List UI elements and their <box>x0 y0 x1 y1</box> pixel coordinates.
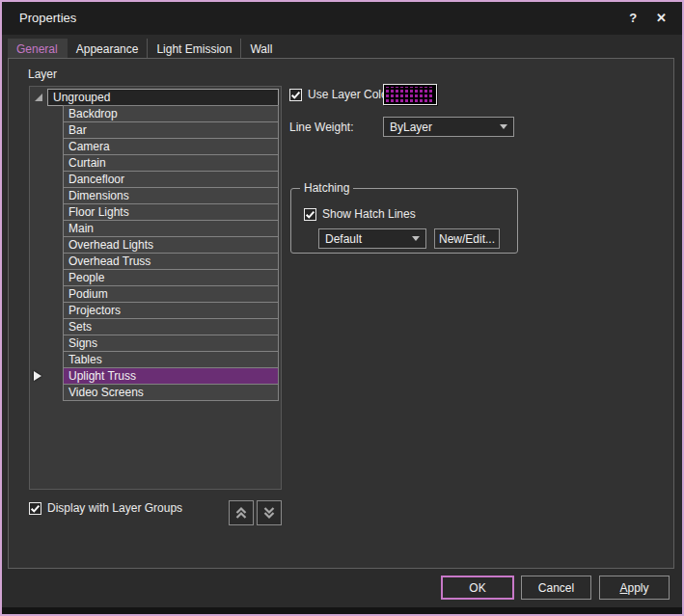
tree-item-curtain[interactable]: Curtain <box>63 154 279 172</box>
move-up-button[interactable] <box>229 500 254 525</box>
tree-item-camera[interactable]: Camera <box>63 138 279 155</box>
apply-button[interactable]: Apply <box>599 576 670 600</box>
show-hatch-lines-label: Show Hatch Lines <box>322 207 416 221</box>
layer-tree[interactable]: UngroupedBackdropBarCameraCurtainDancefl… <box>29 86 282 490</box>
tree-item-projectors[interactable]: Projectors <box>63 302 279 319</box>
tree-item-uplight-truss[interactable]: Uplight Truss <box>63 367 279 385</box>
hatching-title: Hatching <box>300 181 353 195</box>
tab-light-emission[interactable]: Light Emission <box>148 39 241 59</box>
layer-tree-rows: UngroupedBackdropBarCameraCurtainDancefl… <box>30 89 281 401</box>
show-hatch-lines[interactable]: Show Hatch Lines <box>304 207 416 221</box>
double-chevron-down-icon <box>261 505 277 521</box>
expander-icon[interactable] <box>35 94 42 101</box>
tree-item-bar[interactable]: Bar <box>63 121 279 139</box>
tab-general[interactable]: General <box>8 39 68 59</box>
hatch-pattern-dropdown[interactable]: Default <box>318 228 426 249</box>
display-with-layer-groups-label: Display with Layer Groups <box>47 501 182 515</box>
use-layer-color-label: Use Layer Color <box>308 88 392 101</box>
tree-item-backdrop[interactable]: Backdrop <box>63 105 279 122</box>
line-weight-value: ByLayer <box>390 121 432 134</box>
tree-item-video-screens[interactable]: Video Screens <box>63 384 279 401</box>
tree-item-podium[interactable]: Podium <box>63 285 279 303</box>
tree-item-overhead-truss[interactable]: Overhead Truss <box>63 253 279 270</box>
tree-item-tables[interactable]: Tables <box>63 351 279 368</box>
show-hatch-lines-checkbox[interactable] <box>304 208 316 221</box>
titlebar[interactable]: Properties ? ✕ <box>2 2 682 35</box>
line-weight-dropdown[interactable]: ByLayer <box>383 117 514 137</box>
tree-item-dimensions[interactable]: Dimensions <box>63 187 279 204</box>
tree-item-sets[interactable]: Sets <box>63 318 279 335</box>
display-with-layer-groups-checkbox[interactable] <box>29 502 41 515</box>
layer-color-swatch-pattern <box>386 87 434 102</box>
tree-item-dancefloor[interactable]: Dancefloor <box>63 171 279 188</box>
tree-item-ungrouped[interactable]: Ungrouped <box>47 89 279 106</box>
tab-appearance[interactable]: Appearance <box>68 39 149 59</box>
tabstrip: GeneralAppearanceLight EmissionWall <box>8 39 281 59</box>
ok-button[interactable]: OK <box>441 576 514 600</box>
close-icon[interactable]: ✕ <box>656 2 667 35</box>
tab-page-general: Layer UngroupedBackdropBarCameraCurtainD… <box>8 58 674 569</box>
tab-wall[interactable]: Wall <box>241 39 281 59</box>
hatching-groupbox: Hatching Show Hatch Lines Default New/Ed… <box>290 188 518 254</box>
double-chevron-up-icon <box>233 505 249 521</box>
tree-item-overhead-lights[interactable]: Overhead Lights <box>63 236 279 254</box>
tree-item-main[interactable]: Main <box>63 220 279 237</box>
layer-section-label: Layer <box>28 67 57 81</box>
move-down-button[interactable] <box>257 500 282 525</box>
window-bottom-edge <box>2 607 682 614</box>
chevron-down-icon <box>412 236 420 241</box>
hatch-pattern-value: Default <box>325 232 362 246</box>
cancel-button[interactable]: Cancel <box>521 576 591 600</box>
help-icon[interactable]: ? <box>629 2 637 35</box>
window-title: Properties <box>19 11 76 25</box>
chevron-down-icon <box>500 124 507 129</box>
use-layer-color-checkbox[interactable] <box>289 89 302 101</box>
tree-item-people[interactable]: People <box>63 269 279 286</box>
selected-item-arrow <box>34 371 41 381</box>
layer-color-swatch[interactable] <box>383 84 437 105</box>
tree-item-signs[interactable]: Signs <box>63 335 279 352</box>
line-weight-label: Line Weight: <box>289 121 354 134</box>
display-with-layer-groups[interactable]: Display with Layer Groups <box>29 501 182 515</box>
properties-dialog: Properties ? ✕ GeneralAppearanceLight Em… <box>0 0 684 616</box>
new-edit-button[interactable]: New/Edit... <box>434 228 500 249</box>
tree-item-floor-lights[interactable]: Floor Lights <box>63 203 279 221</box>
use-layer-color[interactable]: Use Layer Color <box>289 88 392 101</box>
